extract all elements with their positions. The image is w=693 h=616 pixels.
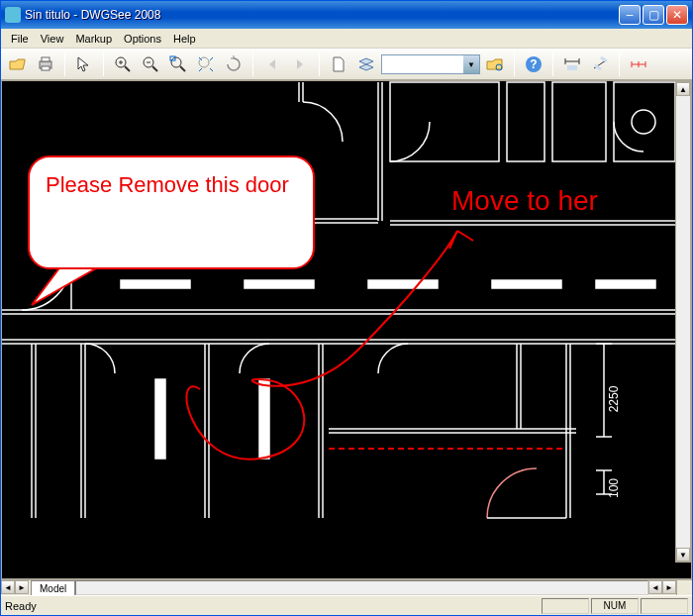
zoom-out-icon: [142, 55, 159, 73]
zoom-extents-icon: [197, 55, 215, 73]
menu-markup[interactable]: Markup: [69, 31, 118, 47]
help-icon: ?: [525, 55, 543, 73]
dim-aligned-button[interactable]: [587, 51, 613, 77]
speech-bubble-text: Please Remove this door: [46, 172, 289, 197]
cursor-icon: [75, 55, 93, 73]
svg-rect-64: [259, 379, 269, 459]
menu-view-label: View: [41, 33, 64, 45]
dimension-value: 100: [607, 478, 621, 498]
folder-open-icon: [9, 55, 27, 73]
zoom-window-button[interactable]: [165, 51, 191, 77]
toolbar-separator: [103, 52, 104, 76]
toolbar-separator: [64, 52, 65, 76]
layers-button[interactable]: [353, 51, 379, 77]
vertical-scrollbar[interactable]: ▲ ▼: [675, 81, 691, 563]
status-box-empty: [542, 598, 589, 614]
toolbar: ▼ ?: [1, 49, 692, 80]
dim-linear-button[interactable]: [559, 51, 585, 77]
scroll-right-button[interactable]: ►: [662, 580, 676, 594]
zoom-window-icon: [169, 55, 187, 73]
scroll-left-button[interactable]: ◄: [648, 580, 662, 594]
status-box-empty: [641, 598, 688, 614]
svg-rect-47: [492, 280, 561, 288]
svg-rect-34: [552, 82, 606, 161]
window-title: Sin titulo - DWGSee 2008: [25, 8, 617, 22]
zoom-in-button[interactable]: [110, 51, 136, 77]
menu-file[interactable]: File: [5, 31, 35, 47]
dimension-continue-icon: [630, 55, 647, 73]
zoom-extents-button[interactable]: [193, 51, 219, 77]
toolbar-separator: [319, 52, 320, 76]
tab-scroll-left[interactable]: ◄: [1, 580, 15, 594]
tab-scroll-row: ◄ ► Model ◄ ►: [1, 579, 692, 595]
svg-rect-20: [567, 65, 577, 70]
svg-rect-48: [596, 280, 655, 288]
rotate-icon: [225, 55, 243, 73]
speech-bubble-markup[interactable]: Please Remove this door: [28, 155, 315, 269]
h-scroll-track[interactable]: [75, 580, 648, 595]
svg-rect-32: [390, 82, 499, 161]
svg-rect-63: [155, 379, 165, 459]
svg-rect-45: [245, 280, 314, 288]
toolbar-separator: [619, 52, 620, 76]
layer-combo[interactable]: ▼: [381, 54, 480, 74]
toolbar-separator: [552, 52, 553, 76]
scroll-track[interactable]: [676, 96, 690, 548]
close-button[interactable]: ✕: [666, 5, 688, 25]
app-icon: [5, 7, 21, 23]
document-button[interactable]: [326, 51, 351, 77]
status-num-lock: NUM: [591, 598, 639, 614]
svg-point-38: [632, 110, 655, 134]
menu-view[interactable]: View: [35, 31, 70, 47]
scroll-up-button[interactable]: ▲: [676, 82, 690, 96]
printer-icon: [37, 55, 54, 73]
svg-rect-2: [42, 66, 50, 70]
scroll-corner: [676, 580, 692, 595]
print-button[interactable]: [33, 51, 58, 77]
open-button[interactable]: [5, 51, 31, 77]
layers-icon: [357, 55, 375, 73]
minimize-button[interactable]: –: [619, 5, 641, 25]
forward-button[interactable]: [287, 51, 313, 77]
folder-search-icon: [486, 55, 504, 73]
toolbar-separator: [252, 52, 253, 76]
rotate-button[interactable]: [221, 51, 247, 77]
svg-rect-44: [121, 280, 190, 288]
dim-continue-button[interactable]: [626, 51, 651, 77]
browse-button[interactable]: [482, 51, 508, 77]
back-button[interactable]: [259, 51, 285, 77]
chevron-down-icon: ▼: [463, 55, 479, 73]
arrow-right-icon: [291, 55, 309, 73]
svg-line-8: [152, 66, 157, 71]
document-icon: [330, 55, 347, 73]
scroll-down-button[interactable]: ▼: [676, 548, 690, 562]
svg-text:?: ?: [530, 57, 537, 71]
menu-help-label: Help: [173, 33, 196, 45]
menu-options-label: Options: [124, 33, 161, 45]
status-bar: Ready NUM: [1, 595, 692, 615]
text-markup[interactable]: Move to her: [451, 185, 598, 217]
status-text: Ready: [5, 600, 540, 612]
arrow-left-icon: [263, 55, 281, 73]
title-bar: Sin titulo - DWGSee 2008 – ▢ ✕: [1, 1, 692, 29]
dimension-value: 2250: [607, 385, 621, 412]
svg-rect-35: [614, 82, 675, 161]
dimension-aligned-icon: [591, 55, 609, 73]
svg-rect-46: [368, 280, 438, 288]
zoom-in-icon: [114, 55, 132, 73]
menu-markup-label: Markup: [75, 33, 112, 45]
svg-line-11: [180, 66, 185, 71]
drawing-canvas[interactable]: 2250 100 Please Remove this door Move to…: [1, 80, 692, 579]
tab-model[interactable]: Model: [31, 580, 75, 596]
menu-help[interactable]: Help: [167, 31, 202, 47]
toolbar-separator: [514, 52, 515, 76]
svg-rect-1: [42, 57, 50, 61]
maximize-button[interactable]: ▢: [643, 5, 664, 25]
select-button[interactable]: [71, 51, 97, 77]
menu-file-label: File: [11, 33, 29, 45]
svg-line-4: [125, 66, 130, 71]
help-button[interactable]: ?: [521, 51, 546, 77]
menu-options[interactable]: Options: [118, 31, 167, 47]
tab-scroll-right[interactable]: ►: [15, 580, 29, 594]
zoom-out-button[interactable]: [138, 51, 163, 77]
